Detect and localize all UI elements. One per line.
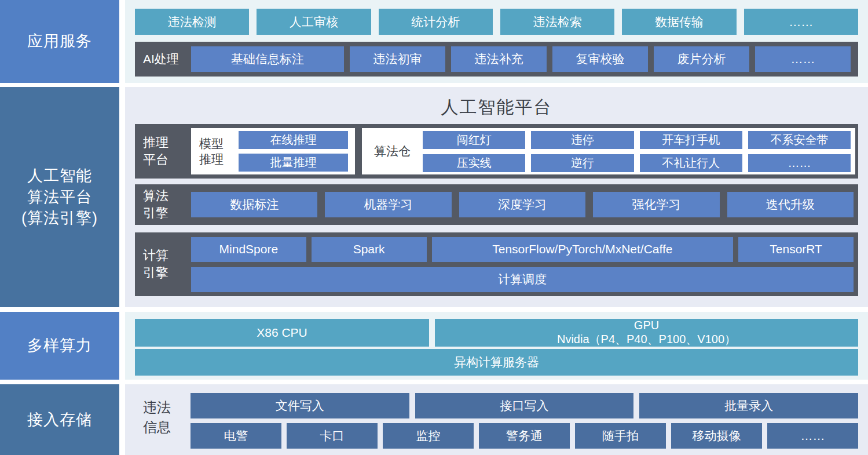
service-chip: 数据传输 (622, 9, 736, 35)
sidebar-label-line: (算法引擎) (21, 208, 98, 228)
violation-algo-chip: 不礼让行人 (640, 154, 742, 172)
sidebar-label-line: 人工智能 (27, 165, 92, 186)
service-chip: 统计分析 (379, 9, 493, 35)
data-source-chip: 随手拍 (575, 423, 666, 449)
algo-engine-chip: 深度学习 (459, 192, 585, 217)
algo-engine-label: 算法 引擎 (135, 187, 191, 221)
inference-platform-label: 推理 平台 (135, 134, 191, 168)
ai-process-chip: 违法初审 (350, 46, 445, 72)
algo-engine-chip: 机器学习 (325, 192, 451, 217)
computing-power-panel: X86 CPU GPU Nvidia（P4、P40、P100、V100） 异构计… (125, 312, 868, 380)
violation-info-label: 违法 信息 (135, 398, 191, 436)
band-computing-power: 多样算力 X86 CPU GPU Nvidia（P4、P40、P100、V100… (0, 312, 868, 380)
model-inference-box: 模型 推理 在线推理 批量推理 (191, 128, 355, 174)
algorithm-repo-grid: 闯红灯 违停 开车打手机 不系安全带 压实线 逆行 不礼让行人 …… (423, 131, 851, 172)
data-source-chip: 卡口 (287, 423, 378, 449)
sidebar-block-app-services: 应用服务 (0, 0, 119, 83)
violation-algo-chip: 压实线 (423, 154, 525, 172)
band-access-storage: 接入存储 违法 信息 文件写入 接口写入 批量录入 电警 卡口 (0, 384, 868, 455)
storage-chips: 文件写入 接口写入 批量录入 电警 卡口 监控 警务通 随手拍 移动摄像 …… (191, 393, 858, 449)
access-storage-panel: 违法 信息 文件写入 接口写入 批量录入 电警 卡口 监控 警务通 随手拍 (125, 384, 868, 455)
sidebar-block-access-storage: 接入存储 (0, 384, 119, 455)
cpu-block: X86 CPU (135, 319, 429, 347)
sidebar-label: 多样算力 (27, 335, 92, 356)
service-chip: 人工审核 (257, 9, 371, 35)
ai-platform-panel: 人工智能平台 推理 平台 模型 推理 在线推理 批量推理 (125, 87, 868, 307)
violation-algo-chip: 闯红灯 (423, 131, 525, 149)
compute-engine-row: 计算 引擎 MindSpore Spark TensorFlow/PyTorch… (135, 232, 858, 296)
ai-process-chip: 废片分析 (654, 46, 749, 72)
inference-platform-row: 推理 平台 模型 推理 在线推理 批量推理 算法 (135, 124, 858, 179)
compute-scheduler-bar: 计算调度 (191, 267, 854, 292)
algo-engine-chip: 数据标注 (191, 192, 317, 217)
compute-engine-label: 计算 引擎 (135, 247, 191, 281)
ai-process-chips: 基础信息标注 违法初审 违法补充 复审校验 废片分析 …… (191, 46, 851, 72)
algo-engine-chips: 数据标注 机器学习 深度学习 强化学习 迭代升级 (191, 192, 854, 217)
data-source-chip: 警务通 (479, 423, 570, 449)
sidebar-label: 接入存储 (27, 409, 92, 430)
band-app-services: 应用服务 违法检测 人工审核 统计分析 违法检索 数据传输 …… AI处理 基础… (0, 0, 868, 83)
sidebar-label-line: 算法平台 (27, 187, 92, 208)
sidebar-block-computing-power: 多样算力 (0, 312, 119, 380)
violation-algo-chip: 违停 (531, 131, 633, 149)
ai-process-chip-ellipsis: …… (755, 46, 851, 72)
data-source-chip: 电警 (191, 423, 281, 449)
compute-framework-chip: Spark (312, 237, 427, 262)
compute-framework-row: MindSpore Spark TensorFlow/PyTorch/MxNet… (191, 237, 854, 262)
app-services-panel: 违法检测 人工审核 统计分析 违法检索 数据传输 …… AI处理 基础信息标注 … (125, 0, 868, 83)
gpu-line: GPU (634, 319, 659, 333)
model-inference-label: 模型 推理 (199, 136, 232, 168)
ai-process-bar: AI处理 基础信息标注 违法初审 违法补充 复审校验 废片分析 …… (135, 42, 858, 77)
sidebar-label: 应用服务 (27, 31, 92, 52)
sidebar-block-ai-platform: 人工智能 算法平台 (算法引擎) (0, 87, 119, 307)
data-source-chip: 移动摄像 (671, 423, 762, 449)
service-row: 违法检测 人工审核 统计分析 违法检索 数据传输 …… (135, 9, 858, 35)
algo-engine-chip: 迭代升级 (727, 192, 854, 217)
service-chip-ellipsis: …… (744, 9, 858, 35)
gpu-line: Nvidia（P4、P40、P100、V100） (557, 333, 736, 347)
inference-mode-chip: 在线推理 (239, 131, 348, 149)
algorithm-repo-box: 算法仓 闯红灯 违停 开车打手机 不系安全带 压实线 逆行 不礼让行人 …… (362, 128, 855, 174)
ai-process-chip: 复审校验 (552, 46, 648, 72)
compute-framework-chip: MindSpore (191, 237, 306, 262)
gpu-block: GPU Nvidia（P4、P40、P100、V100） (435, 319, 858, 347)
compute-framework-chip: TensorRT (738, 237, 854, 262)
compute-engine-chips: MindSpore Spark TensorFlow/PyTorch/MxNet… (191, 237, 854, 292)
data-source-row: 电警 卡口 监控 警务通 随手拍 移动摄像 …… (191, 423, 858, 449)
hetero-server-bar: 异构计算服务器 (135, 349, 858, 376)
ai-process-label: AI处理 (143, 51, 191, 67)
data-source-chip: 监控 (383, 423, 474, 449)
inference-mode-chip: 批量推理 (239, 154, 348, 172)
ai-process-chip: 违法补充 (451, 46, 547, 72)
write-method-chip: 文件写入 (191, 393, 409, 418)
ai-process-chip: 基础信息标注 (191, 46, 344, 72)
algorithm-repo-label: 算法仓 (362, 143, 423, 159)
power-row: X86 CPU GPU Nvidia（P4、P40、P100、V100） (135, 319, 858, 347)
violation-algo-chip-ellipsis: …… (748, 154, 851, 172)
model-inference-chips: 在线推理 批量推理 (239, 131, 348, 172)
write-method-row: 文件写入 接口写入 批量录入 (191, 393, 858, 418)
algo-engine-chip: 强化学习 (593, 192, 719, 217)
algo-engine-row: 算法 引擎 数据标注 机器学习 深度学习 强化学习 迭代升级 (135, 184, 858, 225)
write-method-chip: 批量录入 (639, 393, 858, 418)
architecture-diagram: 应用服务 违法检测 人工审核 统计分析 违法检索 数据传输 …… AI处理 基础… (0, 0, 868, 455)
platform-title: 人工智能平台 (135, 95, 858, 119)
write-method-chip: 接口写入 (415, 393, 634, 418)
service-chip: 违法检索 (500, 9, 614, 35)
compute-framework-chip: TensorFlow/PyTorch/MxNet/Caffe (432, 237, 734, 262)
violation-algo-chip: 不系安全带 (748, 131, 851, 149)
band-ai-platform: 人工智能 算法平台 (算法引擎) 人工智能平台 推理 平台 模型 推理 (0, 87, 868, 307)
service-chip: 违法检测 (135, 9, 249, 35)
violation-algo-chip: 逆行 (531, 154, 633, 172)
violation-algo-chip: 开车打手机 (640, 131, 742, 149)
data-source-chip-ellipsis: …… (767, 423, 858, 449)
